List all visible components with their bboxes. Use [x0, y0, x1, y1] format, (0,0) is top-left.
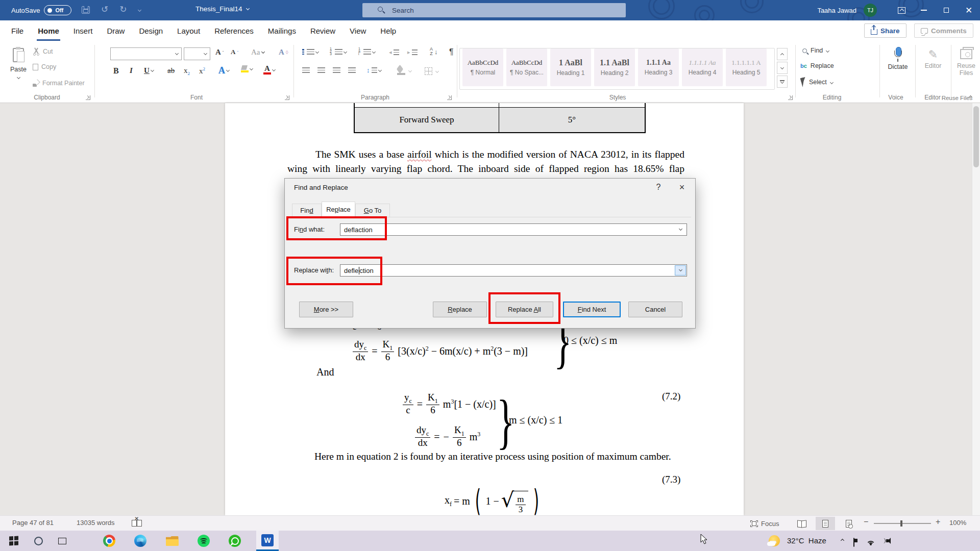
- paragraph-line[interactable]: The SMK uses a base airfoil which is the…: [315, 149, 684, 160]
- tab-draw[interactable]: Draw: [100, 20, 132, 41]
- tab-references[interactable]: References: [207, 20, 261, 41]
- styles-launcher-icon[interactable]: [788, 95, 793, 100]
- find-what-dropdown-button[interactable]: [675, 224, 686, 235]
- tab-file[interactable]: File: [4, 20, 31, 41]
- cortana-button[interactable]: [27, 531, 50, 551]
- styles-scroll-up-button[interactable]: [777, 48, 788, 60]
- change-case-button[interactable]: Aa: [251, 48, 264, 57]
- format-painter-button[interactable]: Format Painter: [33, 80, 85, 87]
- font-size-combobox[interactable]: [184, 47, 210, 60]
- dialog-close-button[interactable]: ×: [671, 179, 693, 196]
- redo-icon[interactable]: ↻: [119, 4, 127, 15]
- justify-button[interactable]: [348, 67, 356, 73]
- weather-widget[interactable]: 32°C Haze: [787, 536, 826, 545]
- zoom-slider-thumb[interactable]: [900, 520, 902, 527]
- line-spacing-button[interactable]: ↕: [366, 66, 381, 74]
- style-heading-4[interactable]: 1.1.1.1 AaHeading 4: [682, 48, 723, 86]
- document-table[interactable]: Forward Sweep 5°: [354, 103, 646, 133]
- style-heading-2[interactable]: 1.1 AaBlHeading 2: [594, 48, 635, 86]
- focus-mode-button[interactable]: Focus: [750, 520, 779, 528]
- page-indicator[interactable]: Page 47 of 81: [12, 519, 54, 527]
- replace-with-input[interactable]: deflection: [340, 264, 687, 277]
- dialog-help-button[interactable]: ?: [647, 179, 670, 196]
- font-name-combobox[interactable]: [110, 47, 182, 60]
- table-cell[interactable]: Forward Sweep: [355, 108, 499, 132]
- find-replace-dialog[interactable]: Find and Replace ? × Find Replace Go To …: [284, 178, 696, 329]
- style-heading-3[interactable]: 1.1.1 AaHeading 3: [638, 48, 679, 86]
- tab-design[interactable]: Design: [132, 20, 170, 41]
- replace-button[interactable]: bcReplace: [800, 62, 834, 69]
- underline-button[interactable]: U: [144, 66, 154, 75]
- tab-insert[interactable]: Insert: [66, 20, 100, 41]
- read-mode-button[interactable]: [792, 517, 812, 530]
- numbering-button[interactable]: 123: [330, 48, 347, 55]
- find-next-button[interactable]: Find Next: [563, 302, 621, 317]
- and-text[interactable]: And: [316, 366, 334, 378]
- tab-mailings[interactable]: Mailings: [261, 20, 303, 41]
- start-button[interactable]: [3, 531, 25, 551]
- replace-button-dialog[interactable]: Replace: [433, 302, 487, 317]
- scrollbar-thumb[interactable]: [973, 106, 979, 167]
- find-button[interactable]: Find: [802, 47, 829, 54]
- more-button[interactable]: More >>: [299, 302, 353, 317]
- undo-icon[interactable]: ↺: [101, 4, 108, 15]
- taskbar-edge[interactable]: [129, 531, 152, 551]
- paragraph-line[interactable]: wing with linearly varying flap chord. T…: [287, 163, 684, 174]
- dictate-button[interactable]: Dictate: [883, 47, 913, 70]
- copy-button[interactable]: Copy: [33, 63, 56, 70]
- editor-button[interactable]: ✎ Editor: [918, 48, 948, 69]
- style-heading-5[interactable]: 1.1.1.1.1 AHeading 5: [726, 48, 767, 86]
- align-left-button[interactable]: [302, 67, 310, 73]
- camber-text[interactable]: Here m in equation 2 is found by an iter…: [314, 451, 685, 462]
- shrink-font-button[interactable]: Aˇ: [231, 48, 238, 56]
- battery-tray-icon[interactable]: [853, 538, 854, 547]
- superscript-button[interactable]: x2: [199, 66, 205, 76]
- taskbar-whatsapp[interactable]: [224, 531, 246, 551]
- multilevel-list-button[interactable]: 1ai: [358, 48, 375, 55]
- cancel-button[interactable]: Cancel: [628, 302, 682, 317]
- taskbar-word[interactable]: W: [256, 531, 279, 551]
- equation-7-2-line-2[interactable]: dycdx = − K16 m3: [415, 425, 480, 448]
- styles-gallery-more-button[interactable]: [777, 76, 788, 88]
- paste-button[interactable]: Paste: [7, 48, 30, 80]
- increase-indent-button[interactable]: ▸: [407, 49, 418, 56]
- dialog-tab-replace[interactable]: Replace: [322, 202, 355, 217]
- style-heading-1[interactable]: 1 AaBlHeading 1: [550, 48, 591, 86]
- bullets-button[interactable]: [302, 49, 318, 55]
- search-input[interactable]: Search: [362, 3, 626, 17]
- customize-qat-icon[interactable]: [137, 8, 141, 11]
- task-view-button[interactable]: [51, 531, 74, 551]
- dialog-tab-goto[interactable]: Go To: [355, 204, 390, 217]
- borders-button[interactable]: [425, 67, 438, 75]
- styles-scroll-down-button[interactable]: [777, 62, 788, 74]
- tab-layout[interactable]: Layout: [170, 20, 207, 41]
- tab-view[interactable]: View: [342, 20, 373, 41]
- highlight-button[interactable]: [241, 65, 253, 72]
- select-button[interactable]: Select: [801, 78, 833, 87]
- reuse-files-button[interactable]: ReuseFiles: [953, 49, 979, 77]
- font-color-button[interactable]: A: [263, 65, 275, 74]
- strikethrough-button[interactable]: ab: [167, 66, 175, 75]
- ribbon-display-options-button[interactable]: [890, 0, 913, 20]
- tray-expand-icon[interactable]: [841, 539, 844, 542]
- decrease-indent-button[interactable]: ◂: [389, 49, 399, 56]
- taskbar-file-explorer[interactable]: [161, 531, 183, 551]
- user-name[interactable]: Taaha Jawad: [817, 7, 856, 14]
- zoom-out-button[interactable]: −: [864, 517, 868, 527]
- close-button[interactable]: ✕: [958, 0, 980, 20]
- paragraph-launcher-icon[interactable]: [447, 95, 452, 100]
- document-title[interactable]: Thesis_Final14: [195, 5, 249, 13]
- avatar[interactable]: TJ: [864, 4, 877, 17]
- tab-help[interactable]: Help: [373, 20, 403, 41]
- word-count[interactable]: 13035 words: [77, 519, 114, 527]
- replace-with-dropdown-button[interactable]: [675, 265, 686, 276]
- equation-7-1-line-2[interactable]: dycdx = K16 [3(x/c)2 − 6m(x/c) + m2(3 − …: [353, 340, 528, 362]
- save-icon[interactable]: [82, 6, 90, 14]
- share-button[interactable]: Share: [864, 23, 906, 38]
- clipboard-launcher-icon[interactable]: [86, 95, 90, 100]
- taskbar-chrome[interactable]: [98, 531, 120, 551]
- zoom-in-button[interactable]: +: [936, 517, 940, 527]
- taskbar-spotify[interactable]: [192, 531, 215, 551]
- tab-home[interactable]: Home: [31, 20, 66, 41]
- restore-button[interactable]: [935, 0, 958, 20]
